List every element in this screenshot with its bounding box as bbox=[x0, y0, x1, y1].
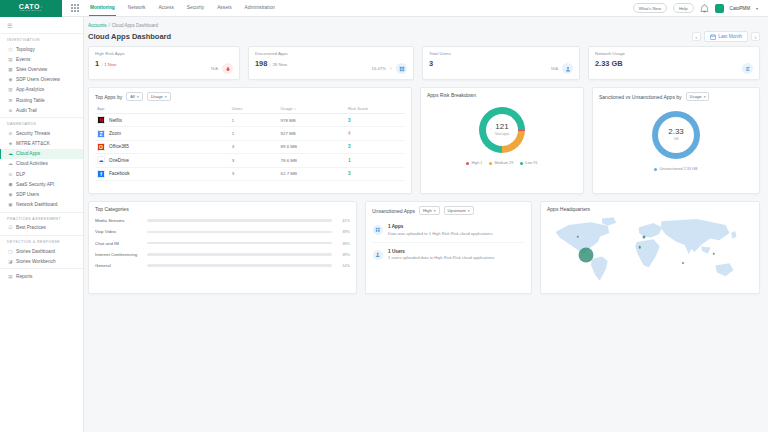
sidebar-item[interactable]: ⬢ SaaS Security API bbox=[0, 179, 83, 189]
sidebar-item[interactable]: ◪ Stories Workbench bbox=[0, 256, 83, 266]
app-name: Netflix bbox=[109, 118, 122, 123]
stat-title: Discovered Apps bbox=[255, 51, 407, 56]
nav-tab[interactable]: Security bbox=[186, 0, 205, 16]
user-icon bbox=[373, 250, 383, 260]
col-usage[interactable]: Usage ↓ bbox=[281, 106, 348, 111]
nav-tab[interactable]: Administration bbox=[244, 0, 276, 16]
risk-donut-chart[interactable]: 121 Total apps bbox=[479, 107, 525, 153]
select-value: Upstream bbox=[448, 208, 466, 213]
sanctioned-metric-select[interactable]: Usage bbox=[686, 92, 710, 101]
app-users: 3 bbox=[232, 171, 281, 176]
category-row[interactable]: Voip Video 39% bbox=[95, 229, 350, 234]
sidebar-item[interactable]: ⊙ DLP bbox=[0, 169, 83, 179]
account-menu-caret-icon[interactable]: ▾ bbox=[756, 6, 758, 11]
sidebar-item[interactable]: ▣ Network Dashboard bbox=[0, 200, 83, 210]
date-range-label: Last Month bbox=[718, 34, 742, 39]
top-apps-scope-select[interactable]: All bbox=[126, 92, 142, 101]
sidebar-item-icon: ◉ bbox=[8, 77, 13, 82]
app-risk-score: 1 bbox=[348, 158, 403, 163]
app-users: 3 bbox=[232, 158, 281, 163]
sidebar-collapse-icon[interactable]: ☰ bbox=[0, 17, 83, 33]
sidebar-section-detection: DETECTION & RESPONSE ▢ Stories Dashboard… bbox=[0, 235, 83, 268]
table-row[interactable]: f Facebook 3 62.7 MB 3 bbox=[95, 168, 405, 181]
app-logo: N bbox=[97, 116, 105, 124]
top-apps-metric-select[interactable]: Usage bbox=[147, 92, 171, 101]
date-range-button[interactable]: Last Month bbox=[704, 31, 748, 42]
sidebar-item[interactable]: ⊞ Routing Table bbox=[0, 95, 83, 105]
app-location-marker[interactable] bbox=[577, 235, 580, 238]
legend-item[interactable]: Medium 29 bbox=[489, 161, 513, 165]
unsanctioned-apps-desc: Data was uploaded to 1 High Risk Risk cl… bbox=[388, 231, 492, 236]
select-value: High bbox=[423, 208, 432, 213]
app-location-marker[interactable] bbox=[638, 246, 641, 249]
category-row[interactable]: Chat and IM 39% bbox=[95, 241, 350, 246]
category-row[interactable]: Internet Conferencing 39% bbox=[95, 252, 350, 257]
category-row[interactable]: Media Streams 41% bbox=[95, 218, 350, 223]
app-switcher-icon[interactable] bbox=[71, 4, 79, 12]
sidebar-item-icon: ⊘ bbox=[8, 131, 13, 136]
sidebar-item-label: App Analytics bbox=[16, 87, 44, 92]
sidebar-item[interactable]: ▤ Events bbox=[0, 54, 83, 64]
brand-subtitle: NETWORKS bbox=[20, 10, 42, 13]
sidebar-item[interactable]: ⬡ Topology bbox=[0, 44, 83, 54]
sanctioned-donut-total: 2.33 bbox=[668, 128, 684, 137]
sidebar-item-icon: ⬢ bbox=[8, 182, 13, 187]
app-location-marker[interactable] bbox=[579, 248, 594, 263]
sidebar-item[interactable]: ☁ Cloud Activities bbox=[0, 159, 83, 169]
legend-dot bbox=[654, 168, 657, 171]
sidebar-item[interactable]: ≣ Audit Trail bbox=[0, 105, 83, 115]
nav-tab[interactable]: Assets bbox=[216, 0, 232, 16]
account-name[interactable]: CatoPMM bbox=[730, 6, 750, 11]
sidebar-item[interactable]: ⊘ Security Threats bbox=[0, 128, 83, 138]
col-app[interactable]: App bbox=[97, 106, 232, 111]
legend-item[interactable]: Low 91 bbox=[520, 161, 537, 165]
legend-item[interactable]: High 1 bbox=[466, 161, 482, 165]
category-row[interactable]: General 14% bbox=[95, 263, 350, 268]
unsanctioned-risk-select[interactable]: High bbox=[419, 206, 439, 215]
sidebar-item[interactable]: ▢ Stories Dashboard bbox=[0, 246, 83, 256]
sidebar-item[interactable]: ◉ SDP Users bbox=[0, 189, 83, 199]
whats-new-button[interactable]: What's New bbox=[633, 3, 667, 13]
date-next-button[interactable]: › bbox=[751, 32, 760, 41]
sidebar-item[interactable]: ☑ Best Practices bbox=[0, 223, 83, 233]
cato-logo[interactable]: CATO◔ NETWORKS bbox=[0, 0, 62, 17]
stat-value: 2.33 GB bbox=[595, 59, 623, 68]
notifications-bell-icon[interactable] bbox=[700, 0, 709, 17]
app-location-marker[interactable] bbox=[682, 262, 684, 264]
nav-tab[interactable]: Access bbox=[157, 0, 174, 16]
sidebar-item[interactable]: ◉ SDP Users Overview bbox=[0, 75, 83, 85]
stat-title: Network Usage bbox=[595, 51, 753, 56]
user-avatar[interactable] bbox=[715, 4, 724, 13]
help-button[interactable]: Help bbox=[673, 3, 694, 13]
categories-list: Media Streams 41% Voip Video 39% Chat an… bbox=[95, 218, 350, 268]
col-users[interactable]: Users bbox=[232, 106, 281, 111]
sidebar-item[interactable]: ▤ Reports bbox=[0, 271, 83, 281]
nav-tab[interactable]: Monitoring bbox=[89, 0, 116, 16]
table-row[interactable]: Z Zoom 1 927 MB 4 bbox=[95, 127, 405, 140]
sidebar-item[interactable]: ▦ Sites Overview bbox=[0, 64, 83, 74]
world-map[interactable] bbox=[547, 215, 753, 287]
table-row[interactable]: O Office365 3 89.6 MB 3 bbox=[95, 141, 405, 154]
stat-value: 1 bbox=[95, 59, 99, 68]
sidebar-item[interactable]: ▥ App Analytics bbox=[0, 85, 83, 95]
category-bar bbox=[147, 231, 332, 234]
risk-donut-total: 121 bbox=[495, 123, 508, 132]
table-row[interactable]: ☁ OneDrive 3 78.6 MB 1 bbox=[95, 154, 405, 167]
unsanctioned-direction-select[interactable]: Upstream bbox=[444, 206, 474, 215]
sidebar-item-label: MITRE ATT&CK bbox=[16, 141, 50, 146]
col-risk-score[interactable]: Risk Score bbox=[348, 106, 403, 111]
app-location-marker[interactable] bbox=[642, 236, 645, 239]
sidebar-item[interactable]: ◈ MITRE ATT&CK bbox=[0, 139, 83, 149]
nav-tab[interactable]: Network bbox=[127, 0, 147, 16]
sidebar-item-label: Cloud Apps bbox=[16, 151, 40, 156]
date-prev-button[interactable]: ‹ bbox=[692, 32, 701, 41]
sanctioned-donut-chart[interactable]: 2.33 GB bbox=[652, 111, 700, 159]
app-location-marker[interactable] bbox=[713, 253, 716, 256]
app-users: 3 bbox=[232, 144, 281, 149]
legend-item[interactable]: Unsanctioned 2.33 GB bbox=[654, 167, 697, 171]
risk-legend: High 1 Medium 29 Low 91 bbox=[466, 161, 537, 165]
table-row[interactable]: N Netflix 1 978 MB 3 bbox=[95, 114, 405, 127]
breadcrumb-accounts-link[interactable]: Accounts bbox=[88, 23, 107, 28]
sidebar-item-label: Stories Dashboard bbox=[16, 249, 55, 254]
sidebar-item[interactable]: ☁ Cloud Apps bbox=[0, 149, 83, 159]
